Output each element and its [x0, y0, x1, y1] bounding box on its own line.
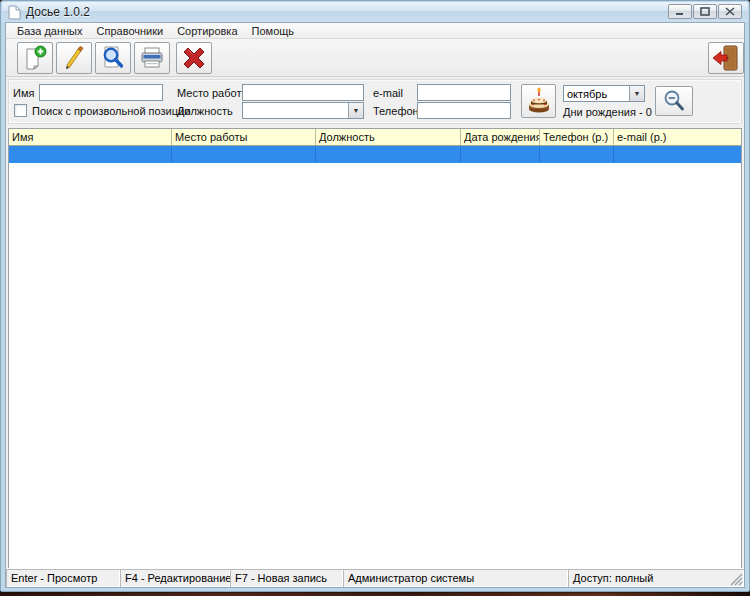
print-button[interactable]: [134, 42, 170, 74]
records-table: Имя Место работы Должность Дата рождения…: [8, 128, 742, 570]
month-combobox-value: октябрь: [564, 88, 629, 100]
table-header-row: Имя Место работы Должность Дата рождения…: [9, 129, 741, 146]
maximize-button[interactable]: [693, 4, 717, 19]
toolbar: [6, 39, 744, 77]
column-header-workplace[interactable]: Место работы: [172, 129, 316, 145]
column-header-position[interactable]: Должность: [316, 129, 461, 145]
month-combobox[interactable]: октябрь ▼: [563, 85, 645, 102]
status-bar: Enter - Просмотр F4 - Редактирование F7 …: [6, 568, 744, 587]
edit-record-button[interactable]: [56, 42, 92, 74]
edit-record-icon: [61, 45, 87, 71]
table-cell: [614, 146, 741, 163]
minimize-button[interactable]: [668, 4, 692, 19]
chevron-down-icon[interactable]: ▼: [348, 103, 363, 118]
search-panel: Имя Место работы e-mail Поиск с произвол…: [8, 79, 742, 124]
anyposition-checkbox-label: Поиск с произвольной позиции: [32, 105, 190, 117]
table-cell: [540, 146, 614, 163]
magnifier-minus-icon: [662, 89, 686, 113]
app-window: Досье 1.0.2 База данных Справочники Сорт…: [0, 0, 750, 592]
email-input[interactable]: [417, 84, 511, 101]
birthday-cake-icon: [525, 87, 553, 115]
close-button[interactable]: [718, 4, 742, 19]
anyposition-checkbox[interactable]: [14, 104, 27, 117]
new-record-icon: [22, 45, 48, 71]
print-icon: [139, 45, 165, 71]
phone-label: Телефон: [373, 105, 419, 117]
status-hint-f7: F7 - Новая запись: [230, 569, 343, 587]
delete-record-icon: [180, 44, 208, 72]
column-header-email[interactable]: e-mail (р.): [614, 129, 741, 145]
menu-help[interactable]: Помощь: [245, 24, 302, 38]
maximize-icon: [700, 7, 710, 16]
search-reset-button[interactable]: [655, 86, 693, 116]
view-search-icon: [100, 45, 126, 71]
document-icon: [8, 5, 21, 20]
menu-bar: База данных Справочники Сортировка Помощ…: [6, 23, 744, 39]
column-header-name[interactable]: Имя: [9, 129, 172, 145]
birthdays-button[interactable]: [521, 84, 556, 118]
status-access: Доступ: полный: [568, 569, 744, 587]
column-header-phone[interactable]: Телефон (р.): [540, 129, 614, 145]
chevron-down-icon[interactable]: ▼: [629, 86, 644, 101]
status-hint-f4: F4 - Редактирование: [120, 569, 230, 587]
exit-button[interactable]: [708, 42, 744, 74]
status-hint-enter: Enter - Просмотр: [6, 569, 120, 587]
name-label: Имя: [13, 87, 34, 99]
position-label: Должность: [177, 105, 233, 117]
table-cell: [316, 146, 461, 163]
workplace-input[interactable]: [242, 84, 364, 101]
title-bar: Досье 1.0.2: [2, 2, 748, 22]
delete-record-button[interactable]: [176, 42, 212, 74]
birthdays-count-label: Дни рождения - 0: [563, 106, 652, 118]
window-title: Досье 1.0.2: [26, 5, 90, 19]
menu-directories[interactable]: Справочники: [90, 24, 171, 38]
name-input[interactable]: [39, 84, 163, 101]
table-cell: [461, 146, 540, 163]
view-record-button[interactable]: [95, 42, 131, 74]
menu-database[interactable]: База данных: [10, 24, 90, 38]
position-combobox[interactable]: ▼: [242, 102, 364, 119]
email-label: e-mail: [373, 87, 403, 99]
resize-grip[interactable]: [730, 573, 743, 586]
menu-sorting[interactable]: Сортировка: [170, 24, 244, 38]
exit-icon: [712, 44, 740, 72]
workplace-label: Место работы: [177, 87, 249, 99]
status-user: Администратор системы: [343, 569, 568, 587]
close-icon: [725, 7, 735, 16]
table-cell: [9, 146, 172, 163]
minimize-icon: [675, 7, 685, 16]
selected-table-row[interactable]: [9, 146, 741, 163]
new-record-button[interactable]: [17, 42, 53, 74]
client-area: База данных Справочники Сортировка Помощ…: [5, 22, 745, 588]
table-cell: [172, 146, 316, 163]
column-header-birthdate[interactable]: Дата рождения: [461, 129, 540, 145]
phone-input[interactable]: [417, 102, 511, 119]
